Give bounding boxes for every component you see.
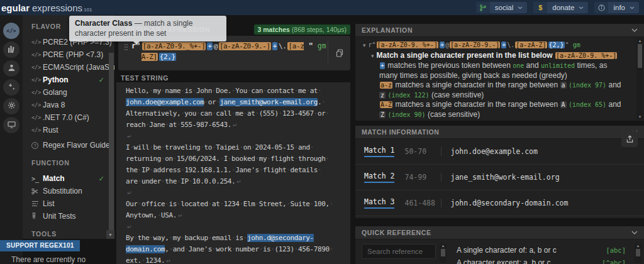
line-return-icon: ↵ [233, 122, 237, 128]
explanation-header[interactable]: EXPLANATION [355, 24, 644, 37]
search-reference-input[interactable] [362, 244, 436, 259]
logo[interactable]: egular expressions 101 [0, 3, 92, 13]
whitespace-dot: · [255, 155, 258, 163]
scroll-down-icon[interactable]: ▼ [638, 114, 642, 120]
scrollbar-thumb[interactable] [638, 44, 642, 68]
rail-settings-button[interactable] [3, 98, 19, 114]
test-string-editor[interactable]: Hello,·my·name·is·John·Doe.·You·can·cont… [116, 82, 350, 264]
flavor-item-net-7-0-c[interactable]: </>.NET 7.0 (C#) [23, 111, 114, 124]
reference-item[interactable]: A character except: a, b or c[^abc] [450, 256, 631, 264]
info-menu[interactable]: info [594, 2, 639, 13]
reference-list-scrollbar[interactable]: ▲ [635, 244, 641, 263]
match-value: jane_smith@work-email.org [441, 173, 559, 182]
quick-reference-header[interactable]: QUICK REFERENCE [355, 226, 644, 239]
whitespace-dot: · [180, 87, 184, 95]
rail-regex-editor-button[interactable]: </> [3, 23, 19, 39]
exp-text: (case sensitive) [426, 110, 480, 119]
sidebar-scroll-down-button[interactable]: ▼ [106, 230, 114, 239]
whitespace-dot: · [219, 155, 223, 163]
whitespace-dot: · [306, 87, 309, 95]
sidebar-scrollbar-thumb[interactable] [109, 53, 114, 237]
match-link[interactable]: Match 2 [364, 172, 394, 183]
test-text: reach·Jane·at·555-987-6543. [126, 121, 231, 129]
drag-handle-icon[interactable] [125, 44, 126, 45]
social-menu[interactable]: social [476, 2, 527, 13]
user-icon [8, 63, 16, 74]
function-item-list[interactable]: List [23, 197, 114, 210]
whitespace-dot: · [169, 245, 172, 253]
whitespace-dot: · [161, 143, 165, 151]
donate-menu[interactable]: $ donate [533, 2, 588, 13]
flavor-label: Golang [43, 88, 67, 97]
regex101-app: egular expressions 101 social $ donate [0, 0, 644, 264]
sidebar-item-regex-flavor-guide[interactable]: ? Regex Flavor Guide [23, 139, 114, 151]
flavor-item-rust[interactable]: </>Rust [23, 124, 114, 136]
question-circle-icon: ? [31, 142, 38, 149]
library-icon [8, 44, 15, 55]
scroll-up-icon[interactable]: ▲ [636, 244, 640, 248]
whitespace-dot: · [177, 121, 180, 129]
test-string-title: TEST STRING [121, 74, 169, 82]
whitespace-dot: · [251, 143, 255, 151]
exp-text: matches a single character in the range … [393, 100, 560, 109]
code-icon: </> [31, 89, 43, 96]
whitespace-dot: · [169, 234, 172, 242]
collapse-caret-icon[interactable]: ▾ [363, 42, 366, 48]
collapse-caret-icon[interactable]: ▾ [371, 53, 374, 59]
whitespace-dot: · [330, 245, 333, 253]
flavor-item-python[interactable]: </>Python✓ [23, 74, 114, 86]
test-line: Our·office·is·located·at·1234·Elm·Street… [126, 199, 350, 210]
rail-upgrade-button[interactable] [3, 79, 19, 96]
whitespace-dot: · [247, 87, 251, 95]
reference-categories-scrollbar[interactable]: ▲ [440, 244, 447, 263]
whitespace-dot: · [310, 143, 314, 151]
test-line: the·IP·address·192.168.1.1.·Jane's·fligh… [126, 165, 350, 176]
plus-sparkle-icon [8, 82, 16, 93]
reference-code: [abc] [606, 246, 626, 254]
copy-regex-button[interactable] [328, 41, 350, 65]
whitespace-dot: · [161, 177, 165, 185]
exp-code: a [560, 82, 567, 89]
scroll-up-icon[interactable]: ▲ [638, 38, 642, 44]
whitespace-dot: · [149, 143, 153, 151]
explanation-row: a-z matches a single character in the ra… [363, 80, 628, 100]
test-line: Alternatively,·you·can·call·me·at·(555)·… [126, 108, 350, 119]
reference-item[interactable]: A single character of: a, b or c[abc] [450, 244, 631, 256]
whitespace-dot: · [145, 121, 149, 129]
rail-account-button[interactable] [3, 60, 19, 77]
test-line: are·under·the·IP·10.0.0.254.↵ [126, 176, 350, 187]
collapse-chevron-icon[interactable] [631, 28, 638, 32]
function-item-match[interactable]: >_Match✓ [23, 172, 114, 185]
function-section-title: FUNCTION [23, 159, 114, 168]
whitespace-dot: · [318, 166, 321, 174]
flavor-item-java-8[interactable]: </>Java 8 [23, 99, 114, 111]
function-item-unit-tests[interactable]: Unit Tests [23, 210, 114, 223]
rail-library-button[interactable] [3, 41, 19, 58]
explanation-scrollbar[interactable]: ▲ ▼ [636, 38, 643, 120]
whitespace-dot: · [326, 155, 330, 163]
match-link[interactable]: Match 3 [364, 197, 394, 209]
regex-token: [a-zA-Z0-9._%+-] [142, 42, 206, 50]
flavor-item-pcre-php-7-3[interactable]: </>PCRE (PHP <7.3) [23, 48, 114, 61]
whitespace-dot: · [180, 234, 184, 242]
whitespace-dot: · [200, 143, 204, 151]
test-text: .· [318, 98, 325, 106]
scissors-icon [31, 188, 43, 195]
match-highlight: domain.com [126, 245, 165, 253]
dollar-icon: $ [533, 2, 547, 13]
whitespace-dot: · [208, 200, 212, 208]
function-item-substitution[interactable]: Substitution [23, 185, 114, 197]
line-return-icon: ↵ [236, 179, 241, 185]
rail-feedback-button[interactable] [3, 117, 19, 133]
match-link[interactable]: Match 1 [364, 146, 394, 157]
flavor-item-golang[interactable]: </>Golang [23, 86, 114, 99]
collapse-chevron-icon[interactable] [631, 231, 638, 234]
scroll-up-icon[interactable]: ▲ [441, 244, 445, 248]
export-matches-button[interactable] [621, 131, 638, 147]
social-label: social [490, 4, 518, 11]
whitespace-dot: · [318, 87, 321, 95]
whitespace-dot: · [133, 234, 137, 242]
regex-flags[interactable]: gm [318, 41, 326, 50]
match-information-header[interactable]: MATCH INFORMATION [355, 126, 644, 139]
flavor-item-ecmascript-javascri[interactable]: </>ECMAScript (JavaScri… [23, 61, 114, 74]
